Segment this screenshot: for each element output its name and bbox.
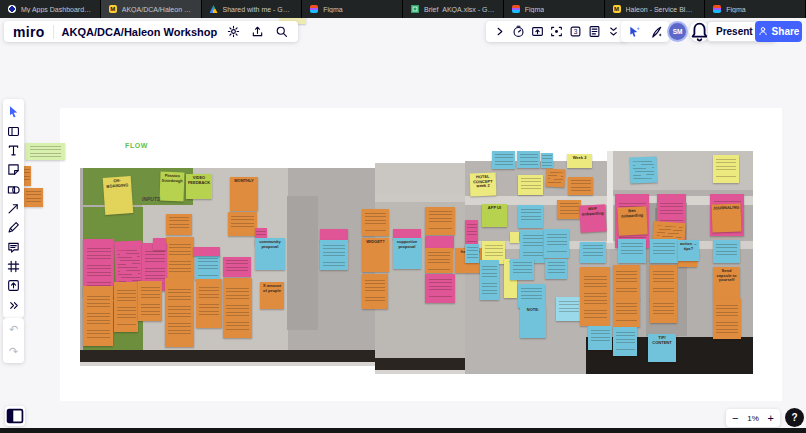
sticky-note[interactable] [195,254,220,280]
sticky-note[interactable] [425,248,453,273]
sticky-note[interactable] [618,239,646,263]
search-icon[interactable] [273,24,289,40]
tool-templates[interactable] [5,123,22,140]
share-button[interactable]: Share [755,21,802,42]
tool-shapes[interactable] [5,181,22,198]
browser-tab[interactable]: Figma [302,0,403,18]
browser-tab[interactable]: My Apps Dashboard | WPP [0,0,101,18]
sticky-note[interactable] [580,267,610,326]
tool-sticky-note[interactable] [5,161,22,178]
chevron-right-icon[interactable] [491,24,507,40]
browser-tab[interactable]: Figma [504,0,605,18]
sticky-note[interactable] [650,299,677,323]
sticky-note[interactable] [166,237,194,279]
zoom-out-button[interactable]: − [732,413,738,424]
sticky-note[interactable] [545,259,567,279]
sticky-note[interactable]: VIDEO FEEDBACK [186,174,212,199]
follow-cursor-icon[interactable] [626,24,642,40]
whiteboard-photo[interactable]: INPUTSON- BOARDINGPassion SourdoughVIDEO… [80,151,753,374]
sticky-note[interactable] [546,169,566,188]
settings-gear-icon[interactable] [225,24,241,40]
undo-button[interactable]: ↶ [9,324,18,335]
sticky-note[interactable] [153,238,166,250]
frame-title[interactable]: FLOW [125,142,148,149]
collapse-icon[interactable] [605,24,621,40]
tool-connection-line[interactable] [5,200,22,217]
sticky-note[interactable] [613,299,640,327]
sticky-note[interactable]: APP UI [482,204,507,227]
sticky-note[interactable] [196,279,222,328]
board-title[interactable]: AKQA/DCA/Haleon Workshop [62,26,218,38]
sticky-note[interactable] [713,298,741,339]
sticky-note[interactable]: Week 2 [567,154,592,168]
browser-tab[interactable]: MHaleon - Service Blueprint... [605,0,706,18]
zoom-in-button[interactable]: + [768,413,774,424]
sticky-note[interactable] [613,265,640,300]
spotlight-icon[interactable] [548,24,564,40]
sticky-note[interactable] [630,157,658,184]
browser-tab[interactable]: Brief_AKQA.xlsx - Google... [403,0,504,18]
tool-frame[interactable] [5,258,22,275]
sticky-note[interactable] [510,259,534,280]
sticky-note[interactable] [541,153,553,168]
magic-pen-icon[interactable] [648,24,664,40]
tool-select[interactable] [5,103,22,120]
sticky-note[interactable] [492,151,515,169]
sticky-note[interactable] [613,327,637,356]
sticky-note[interactable] [362,209,389,236]
sticky-note[interactable] [510,232,519,243]
sticky-note[interactable]: Ben onboarding [617,206,647,235]
sticky-note[interactable] [465,244,479,263]
tool-more-tools[interactable] [5,297,22,314]
sticky-note[interactable] [193,247,220,256]
sticky-note[interactable] [83,286,113,346]
sticky-note[interactable]: MVP onboarding [579,204,606,232]
sticky-note[interactable]: Passion Sourdough [160,172,185,202]
sticky-note[interactable] [425,207,455,235]
sticky-note[interactable] [518,284,545,308]
canvas-sticky-note[interactable] [24,188,43,207]
sticky-note[interactable]: WIDGET? [362,238,389,272]
browser-tab[interactable]: Shared with me - Google D... [202,0,303,18]
sticky-note[interactable] [228,212,257,236]
canvas-sticky-note[interactable] [25,143,65,160]
avatar[interactable]: SM [667,21,688,42]
browser-tab[interactable]: MAKQA/DCA/Haleon Worksh... [101,0,202,18]
sticky-note[interactable]: action → tips? [678,240,699,261]
sticky-note[interactable] [320,240,348,270]
sticky-note[interactable] [556,297,581,321]
sticky-note[interactable] [580,242,606,263]
sticky-note[interactable] [568,177,593,195]
tool-text[interactable] [5,142,22,159]
sticky-note[interactable] [362,274,388,309]
sticky-note[interactable] [223,257,251,277]
sticky-note[interactable] [425,274,455,303]
sticky-note[interactable] [713,240,740,263]
sticky-note[interactable] [557,200,581,219]
sticky-note[interactable] [223,278,252,338]
export-icon[interactable] [249,24,265,40]
sticky-note[interactable] [544,229,569,258]
tool-pen[interactable] [5,219,22,236]
frames-count-icon[interactable]: 3 [567,24,583,40]
zoom-level[interactable]: 1% [747,414,759,423]
screen-share-icon[interactable] [529,24,545,40]
help-button[interactable]: ? [785,408,804,427]
sticky-note[interactable] [518,205,543,228]
sticky-note[interactable] [165,278,194,347]
sticky-note[interactable] [114,282,138,332]
sticky-note[interactable]: supportive proposal [393,238,421,269]
frames-panel-toggle[interactable] [5,406,25,426]
sticky-note[interactable]: JOURNALING [712,204,742,233]
sticky-note[interactable] [517,151,540,168]
sticky-note[interactable]: HOTEL CONCEPT week 2 [470,173,497,197]
sticky-note[interactable] [650,265,677,300]
board-canvas[interactable]: FLOW INPUTSON- BOARDINGPassion Sourdough… [0,18,806,428]
sticky-note[interactable]: Send capsule to yourself [713,267,740,298]
timer-icon[interactable] [510,24,526,40]
sticky-note[interactable] [138,281,162,321]
sticky-note[interactable]: ON- BOARDING [103,176,134,215]
redo-button[interactable]: ↷ [9,346,18,357]
tool-upload[interactable] [5,277,22,294]
sticky-note[interactable] [588,326,612,350]
